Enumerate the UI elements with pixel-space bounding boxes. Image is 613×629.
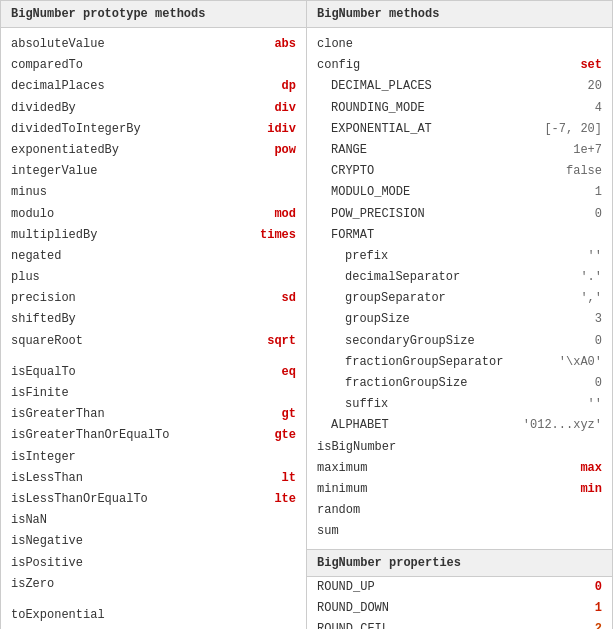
config-key: ALPHABET xyxy=(317,416,389,435)
config-row: EXPONENTIAL_AT[-7, 20] xyxy=(307,119,612,140)
method-alias: pow xyxy=(274,141,296,160)
config-value: '' xyxy=(588,395,602,414)
property-name: ROUND_CEIL xyxy=(317,620,389,629)
method-alias: times xyxy=(260,226,296,245)
config-value: '' xyxy=(588,247,602,266)
method-alias: mod xyxy=(274,205,296,224)
method-name: comparedTo xyxy=(11,56,83,75)
method-row: precisionsd xyxy=(1,288,306,309)
config-key: FORMAT xyxy=(317,226,374,245)
config-key: MODULO_MODE xyxy=(317,183,410,202)
config-value: '\xA0' xyxy=(559,353,602,372)
left-panel-header: BigNumber prototype methods xyxy=(1,1,306,28)
method-row: toExponential xyxy=(1,605,306,626)
method-name: minus xyxy=(11,183,47,202)
config-key: POW_PRECISION xyxy=(317,205,425,224)
config-row: fractionGroupSize0 xyxy=(307,373,612,394)
method-alias: max xyxy=(580,459,602,478)
method-alias: gte xyxy=(274,426,296,445)
method-name: squareRoot xyxy=(11,332,83,351)
method-name: exponentiatedBy xyxy=(11,141,119,160)
left-panel-content: absoluteValueabscomparedTodecimalPlacesd… xyxy=(1,28,306,629)
config-row: decimalSeparator'.' xyxy=(307,267,612,288)
config-row: MODULO_MODE1 xyxy=(307,182,612,203)
method-row: isNaN xyxy=(1,510,306,531)
config-value: 1 xyxy=(595,183,602,202)
config-key: RANGE xyxy=(317,141,367,160)
config-value: ',' xyxy=(580,289,602,308)
method-name: clone xyxy=(317,35,353,54)
config-key: EXPONENTIAL_AT xyxy=(317,120,432,139)
method-row: configset xyxy=(307,55,612,76)
method-row: isEqualToeq xyxy=(1,362,306,383)
config-value: 0 xyxy=(595,205,602,224)
method-name: isNaN xyxy=(11,511,47,530)
config-row: secondaryGroupSize0 xyxy=(307,331,612,352)
config-value: 3 xyxy=(595,310,602,329)
config-key: prefix xyxy=(317,247,388,266)
property-value: 2 xyxy=(595,620,602,629)
config-key: suffix xyxy=(317,395,388,414)
config-key: fractionGroupSize xyxy=(317,374,467,393)
method-row: random xyxy=(307,500,612,521)
method-row: isGreaterThanOrEqualTogte xyxy=(1,425,306,446)
method-row: isLessThanOrEqualTolte xyxy=(1,489,306,510)
config-value: 4 xyxy=(595,99,602,118)
config-row: ALPHABET'012...xyz' xyxy=(307,415,612,436)
config-value: 1e+7 xyxy=(573,141,602,160)
property-row: ROUND_CEIL2 xyxy=(307,619,612,629)
method-alias: gt xyxy=(282,405,296,424)
method-row: sum xyxy=(307,521,612,542)
properties-header: BigNumber properties xyxy=(307,549,612,577)
config-value: 0 xyxy=(595,374,602,393)
method-name: toExponential xyxy=(11,606,105,625)
method-name: negated xyxy=(11,247,61,266)
method-alias: dp xyxy=(282,77,296,96)
config-row: suffix'' xyxy=(307,394,612,415)
method-name: shiftedBy xyxy=(11,310,76,329)
method-row: exponentiatedBypow xyxy=(1,140,306,161)
config-row: groupSeparator',' xyxy=(307,288,612,309)
config-row: POW_PRECISION0 xyxy=(307,204,612,225)
main-container: BigNumber prototype methods absoluteValu… xyxy=(0,0,613,629)
config-key: groupSeparator xyxy=(317,289,446,308)
config-row: ROUNDING_MODE4 xyxy=(307,98,612,119)
method-name: absoluteValue xyxy=(11,35,105,54)
method-name: isNegative xyxy=(11,532,83,551)
spacer xyxy=(1,352,306,362)
config-row: RANGE1e+7 xyxy=(307,140,612,161)
property-value: 1 xyxy=(595,599,602,618)
config-key: CRYPTO xyxy=(317,162,374,181)
right-panel-content: cloneconfigsetDECIMAL_PLACES20ROUNDING_M… xyxy=(307,28,612,629)
config-row: groupSize3 xyxy=(307,309,612,330)
method-row: shiftedBy xyxy=(1,309,306,330)
method-name: isFinite xyxy=(11,384,69,403)
method-row: squareRootsqrt xyxy=(1,331,306,352)
method-alias: set xyxy=(580,56,602,75)
method-row: dividedToIntegerByidiv xyxy=(1,119,306,140)
method-row: minus xyxy=(1,182,306,203)
method-name: decimalPlaces xyxy=(11,77,105,96)
property-row: ROUND_DOWN1 xyxy=(307,598,612,619)
right-panel-header: BigNumber methods xyxy=(307,1,612,28)
method-row: multipliedBytimes xyxy=(1,225,306,246)
method-alias: idiv xyxy=(267,120,296,139)
method-row: dividedBydiv xyxy=(1,98,306,119)
method-row: decimalPlacesdp xyxy=(1,76,306,97)
config-key: DECIMAL_PLACES xyxy=(317,77,432,96)
method-row: clone xyxy=(307,34,612,55)
method-alias: sd xyxy=(282,289,296,308)
method-alias: eq xyxy=(282,363,296,382)
method-alias: min xyxy=(580,480,602,499)
property-value: 0 xyxy=(595,578,602,597)
method-row: absoluteValueabs xyxy=(1,34,306,55)
config-value: [-7, 20] xyxy=(544,120,602,139)
method-name: random xyxy=(317,501,360,520)
config-row: FORMAT xyxy=(307,225,612,246)
method-row: minimummin xyxy=(307,479,612,500)
method-name: precision xyxy=(11,289,76,308)
config-value: 0 xyxy=(595,332,602,351)
method-name: config xyxy=(317,56,360,75)
method-row: isInteger xyxy=(1,447,306,468)
method-name: isGreaterThan xyxy=(11,405,105,424)
